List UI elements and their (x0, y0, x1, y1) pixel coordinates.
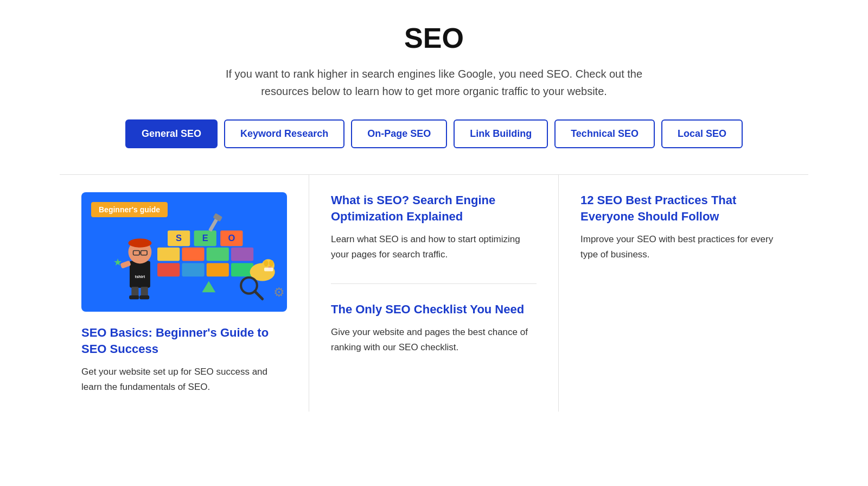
svg-point-18 (129, 238, 152, 247)
tab-link-building[interactable]: Link Building (454, 119, 548, 148)
article-seo-basics-title[interactable]: SEO Basics: Beginner's Guide to SEO Succ… (81, 325, 287, 357)
article-what-is-seo: What is SEO? Search Engine Optimization … (331, 192, 537, 262)
article-seo-basics-desc: Get your website set up for SEO success … (81, 364, 287, 394)
article-seo-best-practices-desc: Improve your SEO with best practices for… (580, 232, 787, 261)
content-col-1: Beginner's guide (60, 175, 309, 412)
svg-point-33 (269, 260, 273, 267)
article-seo-best-practices-title[interactable]: 12 SEO Best Practices That Everyone Shou… (580, 192, 787, 224)
beginner-guide-badge: Beginner's guide (91, 202, 168, 217)
page-header: SEO If you want to rank higher in search… (60, 22, 808, 100)
svg-rect-8 (231, 263, 253, 277)
svg-rect-35 (264, 268, 273, 272)
svg-text:O: O (228, 233, 235, 243)
article-seo-checklist: The Only SEO Checklist You Need Give you… (331, 301, 537, 355)
featured-image: Beginner's guide (81, 192, 287, 312)
svg-rect-2 (182, 248, 204, 261)
content-col-3: 12 SEO Best Practices That Everyone Shou… (559, 175, 808, 412)
article-what-is-seo-desc: Learn what SEO is and how to start optim… (331, 232, 537, 261)
svg-rect-7 (207, 263, 229, 277)
svg-point-32 (264, 260, 268, 267)
svg-text:⚙: ⚙ (273, 285, 285, 299)
tab-local-seo[interactable]: Local SEO (661, 119, 743, 148)
article-seo-checklist-title[interactable]: The Only SEO Checklist You Need (331, 301, 537, 318)
svg-rect-24 (129, 295, 139, 299)
svg-text:S: S (176, 233, 182, 243)
article-what-is-seo-title[interactable]: What is SEO? Search Engine Optimization … (331, 192, 537, 224)
svg-rect-6 (182, 263, 204, 277)
article-seo-basics: SEO Basics: Beginner's Guide to SEO Succ… (81, 325, 287, 394)
tab-technical-seo[interactable]: Technical SEO (554, 119, 655, 148)
svg-rect-5 (157, 263, 180, 277)
article-seo-checklist-desc: Give your website and pages the best cha… (331, 325, 537, 354)
svg-rect-25 (139, 295, 149, 299)
svg-rect-1 (157, 248, 180, 261)
col2-divider (331, 283, 537, 284)
tab-on-page-seo[interactable]: On-Page SEO (351, 119, 447, 148)
page-description: If you want to rank higher in search eng… (201, 65, 667, 100)
article-seo-best-practices: 12 SEO Best Practices That Everyone Shou… (580, 192, 787, 262)
tabs-container: General SEO Keyword Research On-Page SEO… (60, 119, 808, 148)
svg-text:tshirt: tshirt (135, 274, 145, 279)
svg-text:E: E (202, 233, 208, 243)
tab-general-seo[interactable]: General SEO (125, 119, 218, 148)
content-col-2: What is SEO? Search Engine Optimization … (309, 175, 559, 412)
tab-keyword-research[interactable]: Keyword Research (224, 119, 344, 148)
svg-rect-4 (231, 248, 253, 261)
featured-image-wrapper: Beginner's guide (81, 192, 287, 312)
svg-rect-3 (207, 248, 229, 261)
content-grid: Beginner's guide (60, 174, 808, 412)
page-title: SEO (60, 22, 808, 54)
svg-text:★: ★ (113, 257, 122, 268)
